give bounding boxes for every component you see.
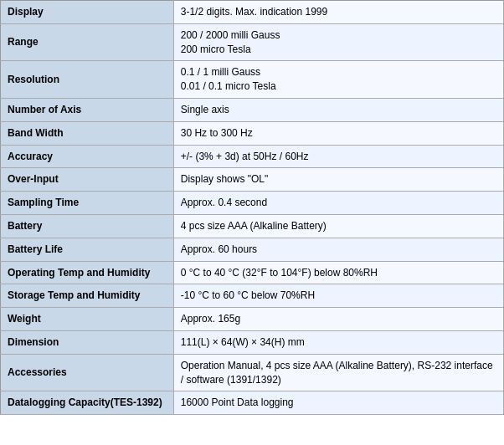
- table-row: Battery4 pcs size AAA (Alkaline Battery): [1, 214, 504, 238]
- specs-table: Display3-1/2 digits. Max. indication 199…: [0, 0, 504, 415]
- row-label: Datalogging Capacity(TES-1392): [1, 391, 174, 415]
- row-value: 0.1 / 1 milli Gauss0.01 / 0.1 micro Tesl…: [173, 61, 503, 99]
- row-value: Display shows "OL": [173, 168, 503, 192]
- table-row: Band Width30 Hz to 300 Hz: [1, 121, 504, 145]
- table-row: Display3-1/2 digits. Max. indication 199…: [1, 1, 504, 24]
- row-value: 16000 Point Data logging: [173, 391, 503, 415]
- row-value: 111(L) × 64(W) × 34(H) mm: [173, 330, 503, 354]
- table-row: Operating Temp and Humidity0 °C to 40 °C…: [1, 261, 504, 284]
- row-value: 3-1/2 digits. Max. indication 1999: [173, 1, 503, 24]
- table-row: Number of AxisSingle axis: [1, 98, 504, 121]
- row-label: Operating Temp and Humidity: [1, 261, 174, 284]
- row-value: 0 °C to 40 °C (32°F to 104°F) below 80%R…: [173, 261, 503, 284]
- row-label: Battery: [1, 214, 174, 238]
- row-label: Resolution: [1, 61, 174, 99]
- row-value: 200 / 2000 milli Gauss200 micro Tesla: [173, 23, 503, 61]
- table-row: Datalogging Capacity(TES-1392)16000 Poin…: [1, 391, 504, 415]
- table-row: Dimension111(L) × 64(W) × 34(H) mm: [1, 330, 504, 354]
- row-label: Dimension: [1, 330, 174, 354]
- row-label: Over-Input: [1, 168, 174, 192]
- table-row: WeightApprox. 165g: [1, 308, 504, 331]
- row-value: Operation Manual, 4 pcs size AAA (Alkali…: [173, 354, 503, 391]
- row-value: 4 pcs size AAA (Alkaline Battery): [173, 214, 503, 238]
- row-label: Range: [1, 23, 174, 61]
- row-label: Battery Life: [1, 238, 174, 261]
- row-label: Number of Axis: [1, 98, 174, 121]
- table-row: Resolution0.1 / 1 milli Gauss0.01 / 0.1 …: [1, 61, 504, 99]
- table-row: Over-InputDisplay shows "OL": [1, 168, 504, 192]
- table-row: Battery LifeApprox. 60 hours: [1, 238, 504, 261]
- row-label: Accessories: [1, 354, 174, 391]
- row-label: Display: [1, 1, 174, 24]
- row-value: 30 Hz to 300 Hz: [173, 121, 503, 145]
- row-label: Accuracy: [1, 145, 174, 168]
- table-row: Accuracy+/- (3% + 3d) at 50Hz / 60Hz: [1, 145, 504, 168]
- table-row: Sampling TimeApprox. 0.4 second: [1, 192, 504, 215]
- row-value: Approx. 60 hours: [173, 238, 503, 261]
- row-label: Weight: [1, 308, 174, 331]
- table-row: Storage Temp and Humidity-10 °C to 60 °C…: [1, 284, 504, 308]
- row-value: -10 °C to 60 °C below 70%RH: [173, 284, 503, 308]
- row-value: Approx. 165g: [173, 308, 503, 331]
- row-value: Approx. 0.4 second: [173, 192, 503, 215]
- table-row: Range200 / 2000 milli Gauss200 micro Tes…: [1, 23, 504, 61]
- table-row: AccessoriesOperation Manual, 4 pcs size …: [1, 354, 504, 391]
- row-label: Storage Temp and Humidity: [1, 284, 174, 308]
- row-value: Single axis: [173, 98, 503, 121]
- row-label: Sampling Time: [1, 192, 174, 215]
- row-value: +/- (3% + 3d) at 50Hz / 60Hz: [173, 145, 503, 168]
- row-label: Band Width: [1, 121, 174, 145]
